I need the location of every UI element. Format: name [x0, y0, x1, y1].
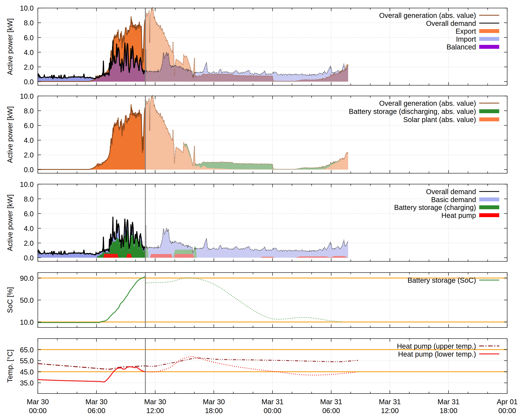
svg-text:4.0: 4.0 — [24, 49, 34, 56]
svg-text:50.0: 50.0 — [20, 296, 34, 304]
svg-text:18:00: 18:00 — [205, 407, 223, 414]
svg-text:8.0: 8.0 — [24, 195, 34, 203]
svg-text:Active power [kW]: Active power [kW] — [6, 194, 14, 251]
svg-text:00:00: 00:00 — [264, 407, 281, 414]
svg-text:6.0: 6.0 — [24, 122, 34, 129]
svg-text:2.0: 2.0 — [24, 239, 34, 247]
svg-text:06:00: 06:00 — [322, 407, 340, 414]
svg-text:Battery storage (SoC): Battery storage (SoC) — [408, 276, 476, 284]
svg-text:8.0: 8.0 — [24, 107, 34, 115]
svg-text:Overall demand: Overall demand — [426, 20, 476, 27]
svg-text:Overall generation (abs. value: Overall generation (abs. value) — [379, 12, 476, 19]
svg-text:SoC [%]: SoC [%] — [6, 287, 14, 313]
svg-text:Mar 31: Mar 31 — [320, 398, 342, 406]
svg-text:Export: Export — [455, 27, 476, 35]
svg-text:Apr 01: Apr 01 — [497, 398, 518, 406]
svg-text:Basic demand: Basic demand — [431, 196, 476, 203]
svg-text:45.0: 45.0 — [20, 368, 34, 376]
svg-text:Heat pump (lower temp.): Heat pump (lower temp.) — [398, 350, 476, 358]
svg-text:Heat pump (upper temp.): Heat pump (upper temp.) — [397, 342, 476, 350]
svg-text:Active power [kW]: Active power [kW] — [6, 106, 14, 163]
svg-text:10.0: 10.0 — [20, 318, 34, 326]
svg-text:Battery storage (charging): Battery storage (charging) — [394, 203, 476, 211]
svg-text:Mar 31: Mar 31 — [379, 398, 401, 406]
svg-text:Balanced: Balanced — [447, 43, 476, 51]
svg-text:Mar 30: Mar 30 — [86, 398, 108, 406]
svg-text:18:00: 18:00 — [440, 407, 457, 414]
svg-text:Mar 30: Mar 30 — [27, 398, 49, 406]
svg-text:0.0: 0.0 — [24, 166, 34, 174]
svg-text:12:00: 12:00 — [146, 407, 164, 414]
svg-text:2.0: 2.0 — [24, 63, 34, 71]
svg-text:12:00: 12:00 — [381, 407, 399, 414]
svg-text:06:00: 06:00 — [88, 407, 105, 414]
svg-text:10.0: 10.0 — [20, 180, 34, 188]
svg-text:6.0: 6.0 — [24, 34, 34, 42]
svg-text:55.0: 55.0 — [20, 357, 34, 365]
svg-text:4.0: 4.0 — [24, 225, 34, 232]
svg-text:00:00: 00:00 — [29, 407, 47, 414]
svg-text:8.0: 8.0 — [24, 19, 34, 27]
svg-text:Mar 31: Mar 31 — [437, 398, 460, 406]
svg-text:Mar 30: Mar 30 — [144, 398, 166, 406]
svg-text:Mar 31: Mar 31 — [261, 398, 284, 406]
svg-text:90.0: 90.0 — [20, 274, 34, 282]
svg-text:6.0: 6.0 — [24, 210, 34, 218]
svg-text:0.0: 0.0 — [24, 254, 34, 262]
svg-text:Battery storage (discharging,: Battery storage (discharging, abs. value… — [349, 107, 476, 115]
svg-text:00:00: 00:00 — [498, 407, 516, 414]
svg-text:10.0: 10.0 — [20, 4, 34, 12]
svg-text:10.0: 10.0 — [20, 92, 34, 100]
svg-text:Solar plant (abs. value): Solar plant (abs. value) — [403, 116, 476, 123]
svg-text:Overall generation (abs. value: Overall generation (abs. value) — [379, 99, 476, 107]
svg-text:4.0: 4.0 — [24, 136, 34, 144]
svg-text:Mar 30: Mar 30 — [203, 398, 225, 406]
svg-text:2.0: 2.0 — [24, 151, 34, 159]
svg-text:65.0: 65.0 — [20, 346, 34, 354]
svg-text:Temp. [°C]: Temp. [°C] — [6, 350, 14, 383]
svg-text:Overall demand: Overall demand — [426, 188, 476, 195]
svg-text:35.0: 35.0 — [20, 379, 34, 387]
svg-text:Import: Import — [456, 35, 476, 43]
svg-text:0.0: 0.0 — [24, 78, 34, 86]
svg-text:Heat pump: Heat pump — [441, 211, 476, 219]
svg-text:Active power [kW]: Active power [kW] — [6, 18, 14, 75]
